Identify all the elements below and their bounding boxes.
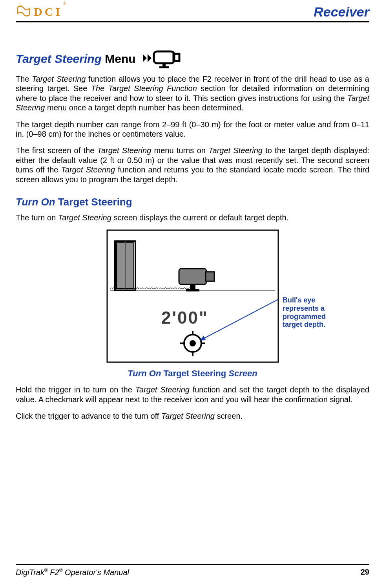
logo-icon [16, 4, 31, 20]
svg-rect-5 [159, 66, 169, 68]
figure-caption: Turn On Target Steering Screen [16, 368, 369, 379]
page-number: 29 [361, 568, 369, 577]
figure-turn-on-screen: 2'00" Bull's eye repres [16, 229, 369, 363]
page-content: Target Steering Menu The Target Steering… [16, 22, 369, 564]
registered-mark: ® [59, 568, 63, 573]
paragraph-hold-trigger: Hold the trigger in to turn on the Targe… [16, 385, 369, 404]
svg-rect-12 [190, 284, 195, 290]
paragraph-intro: The Target Steering function allows you … [16, 74, 369, 113]
svg-marker-1 [148, 54, 151, 62]
paragraph-click-trigger: Click the trigger to advance to the turn… [16, 411, 369, 421]
figure-annotation: Bull's eye represents a programmed targe… [283, 296, 345, 329]
svg-marker-0 [143, 54, 147, 62]
svg-rect-11 [206, 272, 214, 281]
registered-mark: ® [44, 568, 48, 573]
svg-rect-13 [186, 289, 199, 291]
footer-product: DigiTrak® F2® Operator's Manual [16, 568, 129, 577]
heading-turn-on: Turn On Target Steering [16, 196, 369, 208]
svg-rect-2 [154, 51, 174, 63]
logo-text: DCI [34, 5, 62, 18]
paragraph-range: The target depth number can range from 2… [16, 120, 369, 139]
page-footer: DigiTrak® F2® Operator's Manual 29 [16, 564, 369, 577]
svg-rect-10 [179, 269, 206, 284]
registered-mark: ® [63, 1, 66, 5]
svg-point-15 [190, 340, 196, 346]
paragraph-turn-on-desc: The turn on Target Steering screen displ… [16, 213, 369, 222]
heading-plain: Menu [102, 52, 136, 65]
target-steering-menu-icon [142, 49, 181, 69]
page-header: DCI® Receiver [16, 4, 369, 22]
svg-rect-3 [173, 54, 179, 61]
paragraph-screens: The first screen of the Target Steering … [16, 146, 369, 184]
heading-target-steering-menu: Target Steering Menu [16, 49, 369, 69]
dci-logo: DCI® [16, 4, 68, 20]
section-title: Receiver [314, 4, 369, 20]
heading-italic: Target Steering [16, 52, 102, 65]
depth-value: 2'00" [161, 308, 208, 327]
screen-illustration: 2'00" [106, 229, 279, 363]
